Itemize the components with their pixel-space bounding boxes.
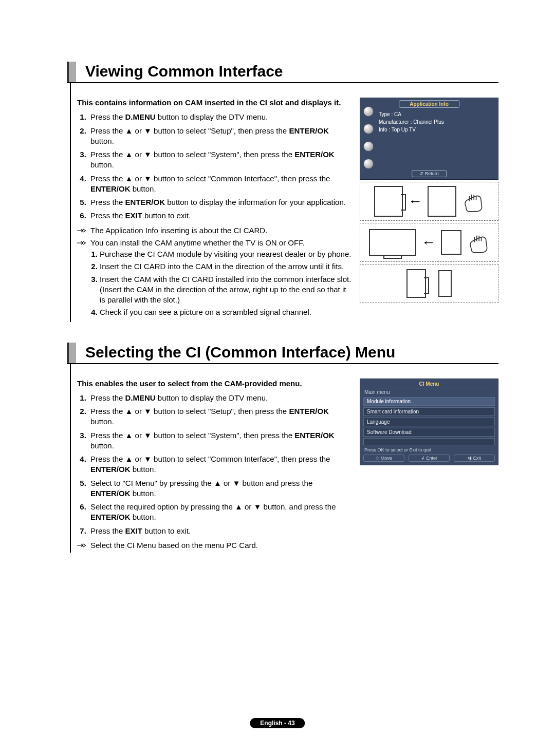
hand-icon xyxy=(461,189,484,214)
step-item: Select the required option by pressing t… xyxy=(88,502,354,523)
step-item: Press the ▲ or ▼ button to select "Syste… xyxy=(88,430,354,451)
section-selecting-ci-menu: Selecting the CI (Common Interface) Menu… xyxy=(67,343,498,553)
substep-item: Insert the CI CARD into the CAM in the d… xyxy=(100,261,354,272)
osd-menu-item: Smart card information xyxy=(363,407,495,416)
ci-card-icon xyxy=(438,270,452,297)
substep-item: Purchase the CI CAM module by visiting y… xyxy=(100,249,354,259)
arrow-left-icon: ← xyxy=(408,193,422,210)
ci-card-icon xyxy=(428,186,456,217)
osd-main-menu-label: Main menu xyxy=(364,389,495,395)
lead-text: This contains information on CAM inserte… xyxy=(77,98,354,108)
osd-menu-item: Software Download xyxy=(363,428,495,437)
note-arrow-icon xyxy=(77,540,86,551)
step-item: Press the D.MENU button to display the D… xyxy=(88,112,354,122)
insert-card-diagram-3 xyxy=(360,264,498,303)
osd-info-line: Info : Top Up TV xyxy=(379,126,494,134)
cam-slot-icon xyxy=(406,269,426,298)
osd-menu-item: Language xyxy=(363,418,495,426)
step-item: Press the ▲ or ▼ button to select "Setup… xyxy=(88,126,354,147)
application-info-osd: Application Info Type : CA Manufacturer … xyxy=(360,98,498,180)
osd-side-icon xyxy=(363,106,374,117)
step-item: Press the ▲ or ▼ button to select "Setup… xyxy=(88,406,354,427)
lead-text: This enables the user to select from the… xyxy=(77,379,354,389)
note-item: The Application Info inserting is about … xyxy=(77,225,354,236)
osd-footer-enter: ↲ Enter xyxy=(409,455,450,462)
substeps-list: Purchase the CI CAM module by visiting y… xyxy=(90,249,354,318)
osd-return-label: Return xyxy=(412,170,447,177)
note-item: Select the CI Menu based on the menu PC … xyxy=(77,540,354,551)
arrow-left-icon: ← xyxy=(421,234,436,251)
substep-item: Check if you can see a picture on a scra… xyxy=(100,307,354,317)
insert-card-diagram-2: ← xyxy=(360,223,498,262)
hand-icon xyxy=(467,230,489,255)
osd-hint: Press OK to select or Exit to quit xyxy=(364,447,494,452)
cam-slot-icon xyxy=(374,186,403,217)
steps-list: Press the D.MENU button to display the D… xyxy=(77,393,354,536)
osd-info-line: Type : CA xyxy=(379,110,494,118)
section-heading: Selecting the CI (Common Interface) Menu xyxy=(85,343,395,363)
step-item: Press the EXIT button to exit. xyxy=(88,211,354,221)
osd-side-icon xyxy=(363,141,374,152)
step-item: Press the ▲ or ▼ button to select "Commo… xyxy=(88,454,354,475)
step-item: Press the ▲ or ▼ button to select "Syste… xyxy=(88,149,354,171)
osd-side-icon xyxy=(363,124,374,134)
osd-title: CI Menu xyxy=(363,381,495,388)
osd-menu-item: Module information xyxy=(363,397,495,406)
osd-spacer xyxy=(363,438,495,445)
note-arrow-icon xyxy=(77,238,86,320)
ci-menu-osd: CI Menu Main menu Module information Sma… xyxy=(360,379,498,465)
steps-list: Press the D.MENU button to display the D… xyxy=(77,112,354,221)
tv-icon xyxy=(369,229,416,256)
step-item: Press the ▲ or ▼ button to select "Commo… xyxy=(88,174,354,195)
step-item: Press the EXIT button to exit. xyxy=(88,526,354,536)
osd-footer-exit: •▮ Exit xyxy=(454,455,495,462)
osd-info-line: Manufacturer : Channel Plus xyxy=(379,118,494,126)
page-footer: English - 43 xyxy=(250,718,305,727)
section-viewing-common-interface: Viewing Common Interface This contains i… xyxy=(67,62,498,322)
osd-side-icon xyxy=(363,159,374,169)
insert-card-diagram-1: ← xyxy=(360,182,498,221)
note-arrow-icon xyxy=(77,225,86,236)
osd-footer-move: ◇ Move xyxy=(363,455,404,462)
osd-title: Application Info xyxy=(399,100,459,108)
cam-card-icon xyxy=(441,230,461,255)
step-item: Press the D.MENU button to display the D… xyxy=(88,393,354,403)
note-item: You can install the CAM anytime whether … xyxy=(77,238,354,320)
page-number-pill: English - 43 xyxy=(250,718,305,728)
section-marker-icon xyxy=(67,62,76,82)
step-item: Press the ENTER/OK button to display the… xyxy=(88,197,354,207)
step-item: Select to "CI Menu" by pressing the ▲ or… xyxy=(88,478,354,499)
substep-item: Insert the CAM with the CI CARD installe… xyxy=(100,274,354,306)
section-marker-icon xyxy=(67,343,76,363)
section-heading: Viewing Common Interface xyxy=(85,62,283,82)
